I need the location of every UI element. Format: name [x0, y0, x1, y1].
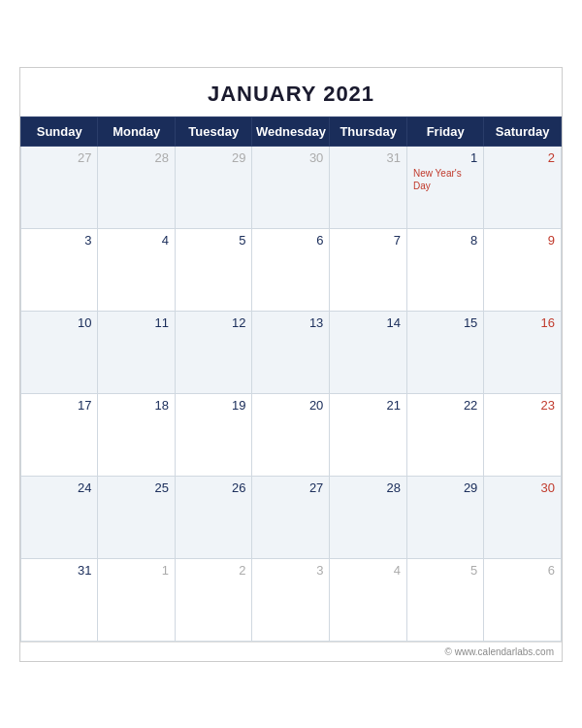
holiday-label: New Year's Day	[413, 167, 477, 192]
calendar-title: JANUARY 2021	[20, 68, 562, 116]
calendar-cell: 13	[252, 311, 330, 393]
calendar-cell: 3	[252, 558, 330, 641]
calendar-footer: © www.calendarlabs.com	[20, 642, 562, 661]
day-number: 12	[181, 315, 246, 330]
day-number: 19	[181, 398, 246, 413]
day-number: 3	[27, 233, 91, 248]
calendar-cell: 17	[21, 393, 98, 476]
day-number: 4	[104, 233, 169, 248]
day-number: 21	[336, 398, 401, 413]
day-number: 13	[258, 315, 323, 330]
calendar-cell: 26	[175, 476, 252, 558]
day-number: 27	[27, 150, 91, 165]
day-number: 24	[27, 480, 91, 495]
calendar-cell: 3	[21, 228, 98, 311]
calendar-cell: 15	[407, 311, 484, 393]
day-number: 1	[413, 150, 477, 165]
calendar-cell: 6	[252, 228, 330, 311]
week-row-4: 17181920212223	[21, 393, 562, 476]
calendar-cell: 7	[330, 228, 407, 311]
day-number: 15	[413, 315, 477, 330]
week-row-2: 3456789	[21, 228, 562, 311]
calendar-cell: 16	[484, 311, 562, 393]
week-row-6: 31123456	[21, 558, 562, 641]
calendar-cell: 14	[330, 311, 407, 393]
day-number: 26	[181, 480, 246, 495]
day-number: 9	[490, 233, 555, 248]
day-number: 7	[336, 233, 401, 248]
day-number: 5	[181, 233, 246, 248]
calendar-cell: 4	[330, 558, 407, 641]
day-number: 6	[258, 233, 323, 248]
calendar-cell: 21	[330, 393, 407, 476]
day-number: 18	[104, 398, 169, 413]
day-header-saturday: Saturday	[484, 116, 562, 146]
day-header-sunday: Sunday	[21, 116, 98, 146]
day-number: 2	[181, 563, 246, 578]
calendar-cell: 9	[484, 228, 562, 311]
calendar-cell: 27	[21, 146, 98, 228]
day-header-monday: Monday	[98, 116, 176, 146]
calendar-cell: 2	[175, 558, 252, 641]
calendar-cell: 4	[98, 228, 176, 311]
calendar-cell: 31	[330, 146, 407, 228]
day-number: 27	[258, 480, 323, 495]
week-row-1: 27282930311New Year's Day2	[21, 146, 562, 228]
day-header-thursday: Thursday	[330, 116, 407, 146]
day-number: 17	[27, 398, 91, 413]
day-header-tuesday: Tuesday	[175, 116, 252, 146]
calendar-cell: 25	[98, 476, 176, 558]
calendar-cell: 30	[252, 146, 330, 228]
calendar-cell: 28	[98, 146, 176, 228]
day-number: 8	[413, 233, 477, 248]
day-headers-row: SundayMondayTuesdayWednesdayThursdayFrid…	[21, 116, 562, 146]
calendar-cell: 6	[484, 558, 562, 641]
calendar-cell: 29	[175, 146, 252, 228]
day-number: 2	[490, 150, 555, 165]
day-number: 20	[258, 398, 323, 413]
day-header-friday: Friday	[407, 116, 484, 146]
day-number: 28	[104, 150, 169, 165]
calendar-cell: 27	[252, 476, 330, 558]
day-number: 10	[27, 315, 91, 330]
day-number: 5	[413, 563, 477, 578]
day-number: 31	[336, 150, 401, 165]
calendar-cell: 1New Year's Day	[407, 146, 484, 228]
week-row-5: 24252627282930	[21, 476, 562, 558]
calendar-container: JANUARY 2021 SundayMondayTuesdayWednesda…	[19, 67, 563, 662]
day-number: 11	[104, 315, 169, 330]
day-number: 16	[490, 315, 555, 330]
calendar-cell: 22	[407, 393, 484, 476]
week-row-3: 10111213141516	[21, 311, 562, 393]
calendar-grid: SundayMondayTuesdayWednesdayThursdayFrid…	[20, 116, 562, 642]
day-number: 29	[413, 480, 477, 495]
calendar-cell: 5	[407, 558, 484, 641]
day-number: 1	[104, 563, 169, 578]
calendar-cell: 19	[175, 393, 252, 476]
day-number: 28	[336, 480, 401, 495]
calendar-cell: 12	[175, 311, 252, 393]
day-number: 30	[258, 150, 323, 165]
calendar-cell: 11	[98, 311, 176, 393]
day-number: 22	[413, 398, 477, 413]
calendar-cell: 8	[407, 228, 484, 311]
day-number: 3	[258, 563, 323, 578]
day-number: 31	[27, 563, 91, 578]
day-number: 25	[104, 480, 169, 495]
calendar-cell: 31	[21, 558, 98, 641]
day-number: 4	[336, 563, 401, 578]
calendar-cell: 1	[98, 558, 176, 641]
calendar-cell: 10	[21, 311, 98, 393]
calendar-cell: 29	[407, 476, 484, 558]
calendar-cell: 30	[484, 476, 562, 558]
calendar-cell: 18	[98, 393, 176, 476]
calendar-cell: 23	[484, 393, 562, 476]
calendar-cell: 20	[252, 393, 330, 476]
calendar-cell: 24	[21, 476, 98, 558]
calendar-cell: 5	[175, 228, 252, 311]
calendar-cell: 2	[484, 146, 562, 228]
day-number: 23	[490, 398, 555, 413]
day-number: 30	[490, 480, 555, 495]
day-number: 29	[181, 150, 246, 165]
calendar-cell: 28	[330, 476, 407, 558]
